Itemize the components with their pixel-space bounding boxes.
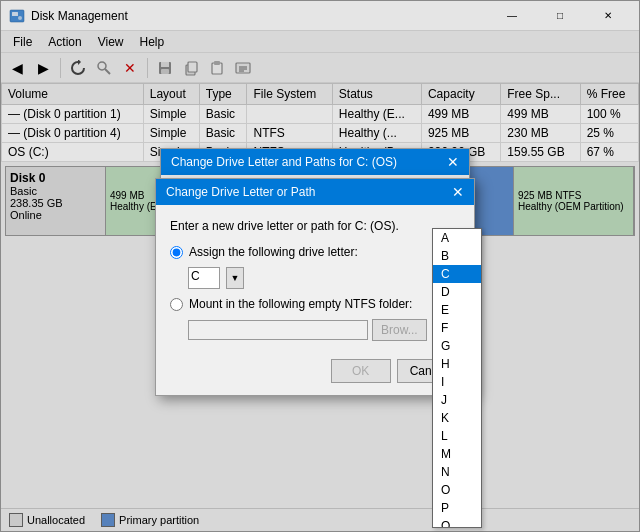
- dropdown-arrow[interactable]: ▼: [226, 267, 244, 289]
- dropdown-item-B[interactable]: B: [433, 247, 481, 265]
- fg-dialog-desc: Enter a new drive letter or path for C: …: [170, 219, 460, 233]
- fg-dialog-title-text: Change Drive Letter or Path: [166, 185, 315, 199]
- dropdown-item-I[interactable]: I: [433, 373, 481, 391]
- fg-dialog-body: Enter a new drive letter or path for C: …: [156, 205, 474, 351]
- dropdown-item-N[interactable]: N: [433, 463, 481, 481]
- bg-dialog-close[interactable]: ✕: [447, 155, 459, 169]
- dropdown-item-D[interactable]: D: [433, 283, 481, 301]
- dropdown-item-M[interactable]: M: [433, 445, 481, 463]
- folder-input[interactable]: [188, 320, 368, 340]
- dropdown-item-E[interactable]: E: [433, 301, 481, 319]
- bg-dialog-title-text: Change Drive Letter and Paths for C: (OS…: [171, 155, 397, 169]
- fg-dialog-buttons: OK Cancel: [156, 351, 474, 395]
- dropdown-item-C[interactable]: C: [433, 265, 481, 283]
- dropdown-item-Q[interactable]: Q: [433, 517, 481, 528]
- radio-letter-input[interactable]: [170, 246, 183, 259]
- browse-button[interactable]: Brow...: [372, 319, 427, 341]
- radio-row-letter: Assign the following drive letter:: [170, 245, 460, 259]
- dropdown-item-J[interactable]: J: [433, 391, 481, 409]
- fg-dialog: Change Drive Letter or Path ✕ Enter a ne…: [155, 178, 475, 396]
- drive-letter-dropdown[interactable]: ABCDEFGHIJKLMNOPQRSTUVWXYZ: [432, 228, 482, 528]
- folder-row: Brow...: [188, 319, 460, 341]
- radio-letter-label[interactable]: Assign the following drive letter:: [189, 245, 460, 259]
- fg-dialog-title-bar: Change Drive Letter or Path ✕: [156, 179, 474, 205]
- dropdown-item-A[interactable]: A: [433, 229, 481, 247]
- radio-folder-input[interactable]: [170, 298, 183, 311]
- drive-select-row: C ▼: [188, 267, 460, 289]
- drive-letter-display[interactable]: C: [188, 267, 220, 289]
- radio-folder-label[interactable]: Mount in the following empty NTFS folder…: [189, 297, 460, 311]
- dropdown-item-G[interactable]: G: [433, 337, 481, 355]
- dropdown-item-F[interactable]: F: [433, 319, 481, 337]
- dropdown-item-P[interactable]: P: [433, 499, 481, 517]
- dropdown-item-L[interactable]: L: [433, 427, 481, 445]
- radio-row-folder: Mount in the following empty NTFS folder…: [170, 297, 460, 311]
- bg-dialog-title: Change Drive Letter and Paths for C: (OS…: [161, 149, 469, 175]
- dropdown-item-H[interactable]: H: [433, 355, 481, 373]
- fg-dialog-ok[interactable]: OK: [331, 359, 391, 383]
- fg-dialog-close[interactable]: ✕: [452, 185, 464, 199]
- dropdown-item-O[interactable]: O: [433, 481, 481, 499]
- dropdown-item-K[interactable]: K: [433, 409, 481, 427]
